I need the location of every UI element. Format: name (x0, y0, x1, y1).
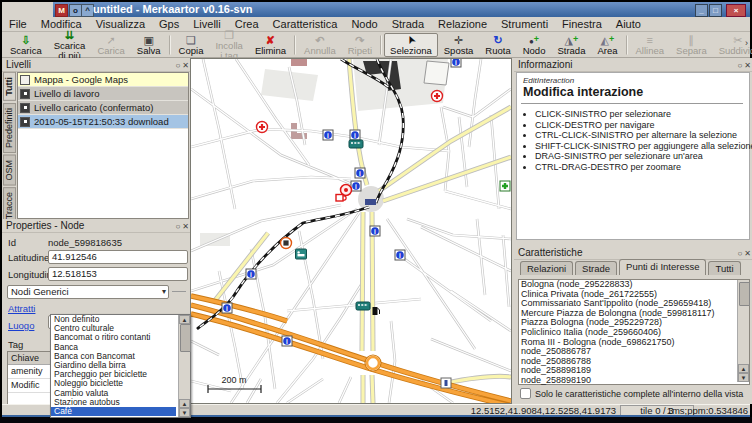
panel-close-icon[interactable]: ✕ (744, 61, 752, 70)
layer-row[interactable]: Livello di lavoro (18, 87, 188, 101)
toolbar-button[interactable]: Elimina (249, 33, 292, 57)
panel-close-icon[interactable]: ✕ (744, 249, 752, 258)
scroll-down-icon[interactable]: ▼ (179, 408, 190, 417)
features-tab[interactable]: Strade (575, 261, 617, 275)
pharmacy-icon[interactable] (500, 181, 510, 191)
info-icon[interactable]: i (222, 303, 232, 313)
title-bar[interactable]: M o ^ untitled - Merkaartor v0.16-svn _ … (53, 2, 750, 17)
menu-item[interactable]: Livelli (186, 17, 228, 31)
info-icon[interactable]: i (395, 250, 405, 260)
layer-row[interactable]: Livello caricato (confermato) (18, 101, 188, 115)
feature-item[interactable]: Bologna (node_295228833) (519, 280, 733, 290)
layer-visibility-checkbox[interactable] (20, 117, 30, 127)
dropdown-item[interactable]: Banca con Bancomat (51, 352, 176, 361)
scrollbar-thumb[interactable] (180, 324, 191, 352)
layer-visibility-checkbox[interactable] (20, 103, 30, 113)
layer-visibility-checkbox[interactable] (20, 75, 30, 85)
features-tab[interactable]: Punti di Interesse (619, 259, 706, 275)
menu-item[interactable]: Finestra (555, 17, 609, 31)
minimize-button[interactable]: _ (695, 4, 708, 17)
toolbar-button[interactable]: Scarica di più (48, 33, 92, 57)
close-button[interactable]: × (726, 4, 746, 17)
layers-tab[interactable]: OSM (3, 155, 16, 186)
feature-item[interactable]: node_250886787 (519, 347, 733, 357)
info-icon[interactable]: i (451, 59, 461, 67)
toolbar-button[interactable]: Ruota (479, 33, 516, 57)
dropdown-scrollbar[interactable]: ▲ ▲ ▼ (178, 315, 190, 417)
hospital-icon[interactable] (432, 91, 443, 102)
toolbar-button[interactable]: Sposta (438, 33, 480, 57)
hotel-icon[interactable] (296, 249, 307, 259)
info-icon[interactable]: i (351, 181, 361, 191)
poi-icon[interactable] (441, 378, 451, 388)
layer-row[interactable]: Mappa - Google Maps (18, 73, 188, 87)
scrollbar-thumb[interactable] (739, 282, 750, 306)
toolbar-overflow-icon[interactable]: › (745, 38, 748, 48)
dropdown-item[interactable]: Bancomat o ritiro contanti (51, 333, 176, 342)
menu-item[interactable]: Aiuto (609, 17, 648, 31)
menu-item[interactable]: File (2, 17, 34, 31)
toolbar-button[interactable]: Incolla i tag (209, 33, 248, 57)
feature-item[interactable]: Commissariato Sant'Ippolito (node_259659… (519, 299, 733, 309)
latitude-field[interactable]: 41.912546 (48, 250, 188, 264)
dropdown-item[interactable]: Giardino della birra (51, 361, 176, 370)
place-link[interactable]: Luogo (8, 320, 34, 331)
toolbar-button[interactable]: Annulla (298, 33, 342, 57)
menu-item[interactable]: Visualizza (89, 17, 152, 31)
feature-item[interactable]: Mercure Piazza de Bolongna (node_5998181… (519, 309, 733, 319)
toolbar-button[interactable]: Nodo (517, 33, 552, 57)
feature-item[interactable]: Piazza Bologna (node_295229728) (519, 318, 733, 328)
menu-item[interactable]: Strumenti (494, 17, 555, 31)
longitude-field[interactable]: 12.518153 (48, 267, 188, 281)
feature-item[interactable]: Clinica Privata (node_261722555) (519, 290, 733, 300)
toolbar-button[interactable]: Scarica (4, 33, 48, 57)
feature-item[interactable]: Roma III - Bologna (node_698621750) (519, 338, 733, 348)
hospital-icon[interactable] (257, 122, 268, 133)
menu-item[interactable]: Relazione (431, 17, 494, 31)
dropdown-item[interactable]: Cambio valuta (51, 389, 176, 398)
artwork-icon[interactable] (281, 238, 292, 249)
menu-item[interactable]: Gps (152, 17, 186, 31)
layers-tab[interactable]: Predefiniti (3, 103, 16, 153)
feature-item[interactable]: node_258898189 (519, 366, 733, 376)
menu-item[interactable]: Nodo (344, 17, 384, 31)
info-icon[interactable]: i (370, 226, 380, 236)
scroll-up-icon[interactable]: ▲ (179, 315, 190, 324)
layer-row[interactable]: 2010-05-15T21:50:33 download (18, 115, 188, 129)
toolbar-button[interactable]: Area (591, 33, 623, 57)
info-icon[interactable]: i (323, 130, 333, 140)
dropdown-item[interactable]: Parcheggio per biciclette (51, 370, 176, 379)
toolbar-button[interactable]: Separa (670, 33, 713, 57)
bus-icon[interactable] (356, 302, 370, 310)
dropdown-item[interactable]: Noleggio biciclette (51, 379, 176, 388)
toolbar-button[interactable]: Ripeti (342, 33, 378, 57)
feature-item[interactable]: node_250886788 (519, 357, 733, 367)
menu-item[interactable]: Caratteristica (266, 17, 345, 31)
dropdown-item[interactable]: Centro culturale (51, 324, 176, 333)
info-icon[interactable]: i (355, 168, 365, 178)
features-filter-checkbox[interactable] (520, 388, 531, 399)
maximize-button[interactable]: □ (709, 4, 722, 17)
features-scrollbar[interactable]: ▲ ▼ (737, 280, 749, 382)
scroll-up-icon[interactable]: ▲ (179, 399, 190, 408)
info-icon[interactable]: i (246, 269, 256, 279)
toolbar-button[interactable]: Allinea (630, 33, 671, 57)
info-icon[interactable]: i (282, 336, 292, 346)
menu-item[interactable]: Modifica (34, 17, 89, 31)
bus-icon[interactable] (349, 140, 363, 148)
dropdown-item[interactable]: Cafè (51, 407, 176, 416)
dropdown-item[interactable]: Non definito (51, 315, 176, 324)
layers-tab[interactable]: Tutti (3, 72, 16, 101)
selected-cafe-icon[interactable] (336, 185, 352, 202)
toolbar-button[interactable]: Copia (173, 33, 210, 57)
feature-item[interactable]: Policlinico Italia (node_259660406) (519, 328, 733, 338)
dropdown-item[interactable]: Stazione autobus (51, 398, 176, 407)
layer-visibility-checkbox[interactable] (20, 89, 30, 99)
features-tab[interactable]: Relazioni (520, 261, 573, 275)
node-type-combo[interactable]: Nodi Generici (7, 285, 169, 299)
amenity-link[interactable]: Attratti (8, 303, 35, 314)
toolbar-button[interactable]: Carica (91, 33, 130, 57)
scroll-down-icon[interactable]: ▼ (738, 373, 749, 382)
features-tab[interactable]: Tutti (708, 261, 740, 275)
toolbar-button[interactable]: Seleziona (384, 33, 438, 57)
